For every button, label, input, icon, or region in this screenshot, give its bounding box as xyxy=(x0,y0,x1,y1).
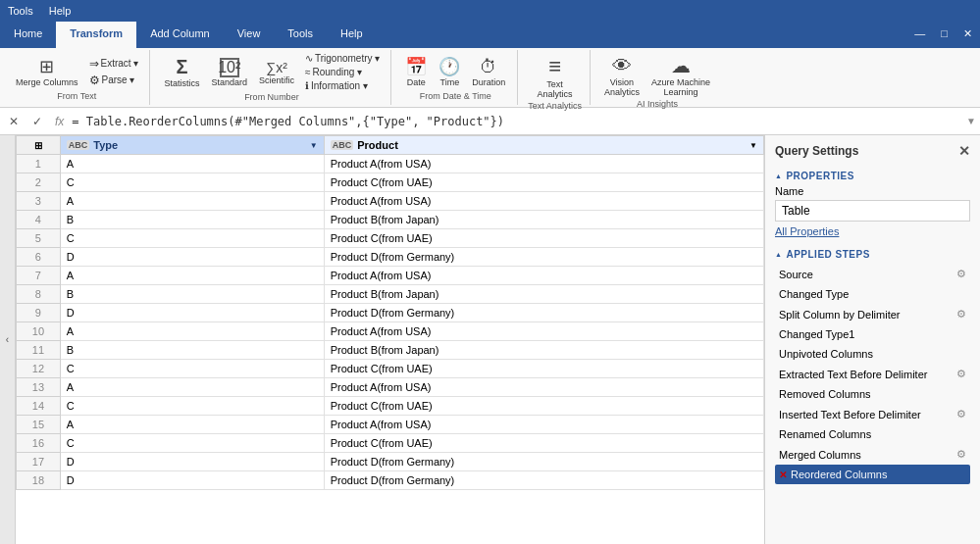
step-gear-icon[interactable]: ⚙ xyxy=(956,308,966,321)
applied-step-item[interactable]: Source⚙ xyxy=(775,264,970,284)
statistics-icon: Σ xyxy=(176,56,187,78)
step-gear-icon[interactable]: ⚙ xyxy=(956,368,966,380)
step-label: Extracted Text Before Delimiter xyxy=(779,369,927,380)
scientific-icon: ∑x² xyxy=(266,60,287,75)
row-num-cell: 16 xyxy=(17,434,61,453)
rounding-button[interactable]: ≈ Rounding ▾ xyxy=(302,66,383,78)
type-cell: D xyxy=(60,248,324,267)
step-label: Reordered Columns xyxy=(791,469,887,480)
table-area[interactable]: ⊞ ABC Type ▼ ABC Product ▼ xyxy=(16,135,764,544)
azure-ml-button[interactable]: ☁ Azure MachineLearning xyxy=(647,52,714,99)
ribbon-group-from-number: Σ Statistics 10² Standard ∑x² Scientific… xyxy=(152,50,391,105)
formula-cancel-button[interactable]: ✕ xyxy=(4,112,24,131)
tab-home[interactable]: Home xyxy=(0,22,56,48)
formula-expand-button[interactable]: ▼ xyxy=(966,116,976,126)
text-analytics-button[interactable]: ≡ TextAnalytics xyxy=(534,52,577,101)
table-row: 5 C Product C(from UAE) xyxy=(17,229,764,248)
tab-help[interactable]: Help xyxy=(327,22,377,48)
type-cell: A xyxy=(60,192,324,211)
type-cell: C xyxy=(60,229,324,248)
step-gear-icon[interactable]: ⚙ xyxy=(956,268,966,280)
product-cell: Product C(from UAE) xyxy=(324,434,763,453)
applied-steps-section: APPLIED STEPS Source⚙Changed TypeSplit C… xyxy=(765,245,980,492)
collapse-button[interactable]: ‹ xyxy=(0,135,16,544)
standard-button[interactable]: 10² Standard xyxy=(207,56,251,89)
applied-step-item[interactable]: Unpivoted Columns xyxy=(775,344,970,364)
type-cell: A xyxy=(60,267,324,285)
information-button[interactable]: ℹ Information ▾ xyxy=(302,79,383,92)
type-col-label: Type xyxy=(93,139,118,151)
table-row: 11 B Product B(from Japan) xyxy=(17,341,764,360)
applied-step-item[interactable]: Extracted Text Before Delimiter⚙ xyxy=(775,364,970,384)
product-cell: Product C(from UAE) xyxy=(324,360,763,378)
applied-steps-list: Source⚙Changed TypeSplit Column by Delim… xyxy=(775,264,970,484)
table-row: 18 D Product D(from Germany) xyxy=(17,471,764,490)
formula-confirm-button[interactable]: ✓ xyxy=(27,112,47,131)
product-cell: Product A(from USA) xyxy=(324,192,763,211)
type-col-dropdown[interactable]: ▼ xyxy=(310,141,318,150)
date-button[interactable]: 📅 Date xyxy=(401,54,431,89)
applied-step-item[interactable]: Merged Columns⚙ xyxy=(775,444,970,465)
menu-help[interactable]: Help xyxy=(49,5,72,17)
tab-tools[interactable]: Tools xyxy=(274,22,327,48)
type-cell: B xyxy=(60,211,324,229)
ribbon-group-from-text: ⊞ Merge Columns ⇒ Extract ▾ ⚙ Parse ▾ Fr… xyxy=(4,50,150,105)
table-row: 7 A Product A(from USA) xyxy=(17,267,764,285)
applied-step-item[interactable]: Changed Type1 xyxy=(775,324,970,344)
text-analytics-icon: ≡ xyxy=(548,54,561,79)
applied-step-item[interactable]: Inserted Text Before Delimiter⚙ xyxy=(775,404,970,424)
extract-button[interactable]: ⇒ Extract ▾ xyxy=(86,56,142,72)
ribbon-group-ai-insights: 👁 VisionAnalytics ☁ Azure MachineLearnin… xyxy=(593,50,722,105)
trigonometry-button[interactable]: ∿ Trigonometry ▾ xyxy=(302,52,383,65)
applied-step-item[interactable]: Changed Type xyxy=(775,284,970,304)
formula-input[interactable]: = Table.ReorderColumns(#"Merged Columns"… xyxy=(72,115,962,128)
all-properties-link[interactable]: All Properties xyxy=(775,225,970,237)
row-num-cell: 3 xyxy=(17,192,61,211)
applied-step-item[interactable]: Removed Columns xyxy=(775,384,970,404)
parse-button[interactable]: ⚙ Parse ▾ xyxy=(86,73,142,88)
row-num-cell: 17 xyxy=(17,453,61,471)
row-num-cell: 6 xyxy=(17,248,61,267)
duration-button[interactable]: ⏱ Duration xyxy=(468,55,509,89)
product-col-dropdown[interactable]: ▼ xyxy=(749,141,757,150)
table-row: 4 B Product B(from Japan) xyxy=(17,211,764,229)
product-col-label: Product xyxy=(357,139,398,151)
time-button[interactable]: 🕐 Time xyxy=(435,54,464,89)
product-cell: Product A(from USA) xyxy=(324,416,763,434)
tab-transform[interactable]: Transform xyxy=(56,22,136,48)
step-x-icon: ✕ xyxy=(779,470,787,480)
merge-columns-button[interactable]: ⊞ Merge Columns xyxy=(12,54,82,89)
row-num-cell: 18 xyxy=(17,471,61,490)
type-cell: D xyxy=(60,453,324,471)
type-cell: C xyxy=(60,397,324,416)
type-cell: A xyxy=(60,378,324,397)
applied-step-item[interactable]: Renamed Columns xyxy=(775,424,970,444)
query-panel-close-button[interactable]: ✕ xyxy=(958,143,970,159)
product-cell: Product A(from USA) xyxy=(324,267,763,285)
applied-step-item[interactable]: ✕Reordered Columns xyxy=(775,465,970,484)
col-header-type[interactable]: ABC Type ▼ xyxy=(60,136,324,155)
row-num-cell: 15 xyxy=(17,416,61,434)
step-gear-icon[interactable]: ⚙ xyxy=(956,448,966,461)
col-header-product[interactable]: ABC Product ▼ xyxy=(324,136,763,155)
step-gear-icon[interactable]: ⚙ xyxy=(956,408,966,420)
tab-add-column[interactable]: Add Column xyxy=(136,22,224,48)
product-cell: Product C(from UAE) xyxy=(324,397,763,416)
applied-step-item[interactable]: Split Column by Delimiter⚙ xyxy=(775,304,970,324)
table-row: 2 C Product C(from UAE) xyxy=(17,173,764,192)
statistics-button[interactable]: Σ Statistics xyxy=(160,54,203,90)
product-cell: Product A(from USA) xyxy=(324,322,763,341)
scientific-button[interactable]: ∑x² Scientific xyxy=(255,58,298,87)
name-label: Name xyxy=(775,185,970,197)
table-row: 10 A Product A(from USA) xyxy=(17,322,764,341)
type-cell: A xyxy=(60,322,324,341)
row-num-header: ⊞ xyxy=(17,136,61,155)
main-area: ‹ ⊞ ABC Type ▼ xyxy=(0,135,980,544)
row-num-cell: 13 xyxy=(17,378,61,397)
row-num-cell: 1 xyxy=(17,155,61,173)
name-input[interactable] xyxy=(775,200,970,222)
table-row: 12 C Product C(from UAE) xyxy=(17,360,764,378)
tab-view[interactable]: View xyxy=(224,22,275,48)
vision-analytics-button[interactable]: 👁 VisionAnalytics xyxy=(600,53,644,99)
menu-tools[interactable]: Tools xyxy=(8,5,33,17)
